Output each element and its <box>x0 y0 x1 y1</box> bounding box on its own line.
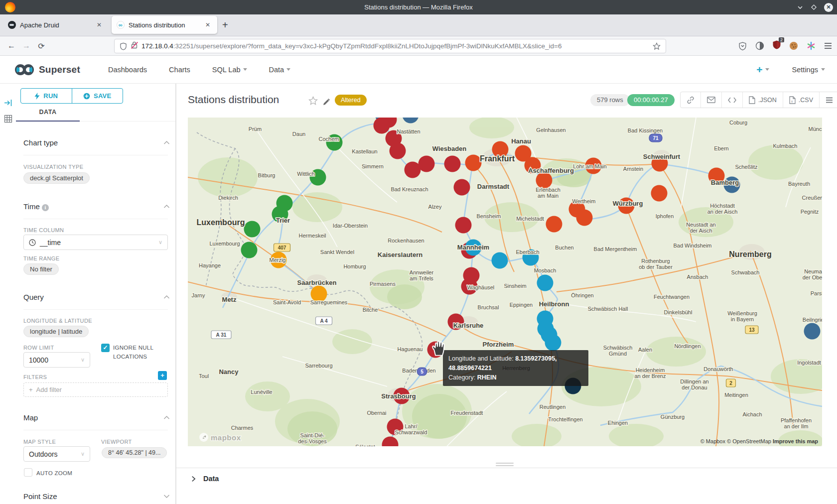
viz-type-value[interactable]: deck.gl Scatterplot <box>23 172 90 184</box>
datasource-grid-icon[interactable] <box>4 115 12 123</box>
ublock-icon[interactable]: 2 <box>773 40 781 51</box>
map-style-select[interactable]: Outdoors∨ <box>23 446 90 462</box>
application-window: Stations distribution — Mozilla Firefox … <box>0 0 837 504</box>
embed-code-button[interactable] <box>722 92 743 108</box>
time-range-value[interactable]: No filter <box>23 263 59 275</box>
map-container[interactable]: PrümDaunCochemNastättenKastellaunWiesbad… <box>188 118 822 446</box>
chart-menu-button[interactable] <box>820 92 837 108</box>
nav-item-sql-lab[interactable]: SQL Lab <box>212 66 247 74</box>
pocket-icon[interactable] <box>738 42 747 50</box>
map-point[interactable] <box>537 275 554 291</box>
chevron-up-icon[interactable] <box>163 204 170 209</box>
map-point[interactable] <box>444 156 461 172</box>
map-point[interactable] <box>576 210 593 226</box>
reload-button[interactable]: ⟳ <box>34 41 49 51</box>
add-filter-box[interactable]: +Add filter <box>23 382 168 397</box>
section-time[interactable]: Time i <box>23 202 49 211</box>
map-point[interactable] <box>651 185 668 202</box>
map-point[interactable] <box>418 156 435 172</box>
back-button[interactable]: ← <box>4 41 19 50</box>
nav-item-dashboards[interactable]: Dashboards <box>108 66 147 74</box>
extension-asterisk-icon[interactable] <box>807 41 816 50</box>
time-column-select[interactable]: __time∨ <box>23 235 168 250</box>
superset-logo[interactable]: Superset <box>14 63 80 76</box>
map-point[interactable] <box>244 221 261 238</box>
altered-badge[interactable]: Altered <box>335 95 367 106</box>
nav-item-charts[interactable]: Charts <box>169 66 190 74</box>
resize-grip[interactable] <box>496 463 514 468</box>
control-panel: RUN SAVE DATA Chart type VISUALIZATION T… <box>16 84 176 504</box>
minimize-icon[interactable] <box>797 4 804 11</box>
map-place-label: Luxembourg <box>197 218 245 227</box>
url-text[interactable]: 172.18.0.4:32251/superset/explore/?form_… <box>141 42 649 50</box>
email-button[interactable] <box>701 92 722 108</box>
chevron-up-icon[interactable] <box>163 295 170 299</box>
map-place-label: Buchen <box>555 245 573 251</box>
add-filter-plus-button[interactable]: + <box>158 371 167 380</box>
viz-type-label: VISUALIZATION TYPE <box>23 164 84 170</box>
tab-data[interactable]: DATA <box>16 109 80 116</box>
map-attribution[interactable]: © Mapbox © OpenStreetMap Improve this ma… <box>700 438 818 444</box>
add-new-button[interactable]: + <box>756 64 769 76</box>
road-shield: 5 <box>418 368 427 376</box>
lonlat-value[interactable]: longitude | latitude <box>23 326 89 337</box>
chevron-up-icon[interactable] <box>163 415 170 420</box>
privacy-mask-icon[interactable] <box>755 41 764 50</box>
nav-item-data[interactable]: Data <box>269 66 291 74</box>
map-point[interactable] <box>241 242 258 258</box>
map-canvas[interactable]: PrümDaunCochemNastättenKastellaunWiesbad… <box>188 118 822 446</box>
map-point[interactable] <box>390 143 406 159</box>
map-point[interactable] <box>465 155 482 171</box>
map-place-label: Waghäusel <box>467 284 495 290</box>
map-point[interactable] <box>545 335 561 351</box>
export-json-button[interactable]: .JSON <box>743 92 783 108</box>
close-icon[interactable]: ✕ <box>824 3 833 12</box>
ignore-null-checkbox[interactable]: ✓ <box>101 344 110 352</box>
map-point[interactable] <box>455 217 472 234</box>
map-place-label: Donauwörth <box>703 366 733 372</box>
viewport-value[interactable]: 8° 46' 45.28" | 49... <box>102 447 167 458</box>
save-button[interactable]: SAVE <box>72 89 123 103</box>
map-point[interactable] <box>804 323 821 340</box>
expand-panel-icon[interactable] <box>4 99 12 107</box>
map-point[interactable] <box>546 216 562 233</box>
map-place-label: Wertheim <box>572 198 596 204</box>
tab-close-icon[interactable]: ✕ <box>203 20 212 29</box>
bookmark-star-icon[interactable] <box>653 42 661 50</box>
url-bar[interactable]: 172.18.0.4:32251/superset/explore/?form_… <box>114 39 666 53</box>
share-link-button[interactable] <box>681 92 701 108</box>
export-csv-button[interactable]: x .CSV <box>783 92 820 108</box>
map-point[interactable] <box>536 172 553 189</box>
section-map[interactable]: Map <box>23 413 38 422</box>
section-point-size[interactable]: Point Size <box>23 492 57 501</box>
chevron-up-icon[interactable] <box>163 140 170 145</box>
data-results-expander[interactable]: Data <box>191 475 219 483</box>
map-point[interactable] <box>374 118 390 134</box>
auto-zoom-checkbox[interactable] <box>24 468 32 477</box>
maximize-icon[interactable] <box>811 4 817 10</box>
map-place-label: Hayange <box>199 262 221 268</box>
favorite-star-icon[interactable] <box>308 96 318 106</box>
map-point[interactable] <box>492 252 508 269</box>
settings-menu[interactable]: Settings <box>792 66 825 74</box>
shield-permissions-icon[interactable] <box>120 42 127 50</box>
mapbox-logo[interactable]: mapbox <box>199 432 241 442</box>
edit-pencil-icon[interactable] <box>323 98 331 106</box>
map-place-label: Sinsheim <box>504 283 526 289</box>
tab-stations-distribution[interactable]: ∞ Stations distribution ✕ <box>112 16 217 34</box>
chevron-down-icon[interactable] <box>163 494 170 499</box>
forward-button[interactable]: → <box>19 41 34 50</box>
map-place-label: Bad Mergentheim <box>594 246 637 252</box>
hamburger-menu-icon[interactable] <box>824 42 832 49</box>
insecure-lock-icon[interactable] <box>131 41 138 51</box>
map-point[interactable] <box>454 179 470 196</box>
section-chart-type[interactable]: Chart type <box>23 138 58 147</box>
cookie-icon[interactable] <box>789 41 798 50</box>
new-tab-button[interactable]: + <box>222 19 228 31</box>
section-query[interactable]: Query <box>23 293 44 301</box>
row-limit-select[interactable]: 10000∨ <box>23 352 90 368</box>
map-place-label: Haguenau <box>398 346 423 352</box>
tab-apache-druid[interactable]: Apache Druid ✕ <box>3 16 109 34</box>
run-button[interactable]: RUN <box>21 89 72 103</box>
tab-close-icon[interactable]: ✕ <box>95 20 104 29</box>
